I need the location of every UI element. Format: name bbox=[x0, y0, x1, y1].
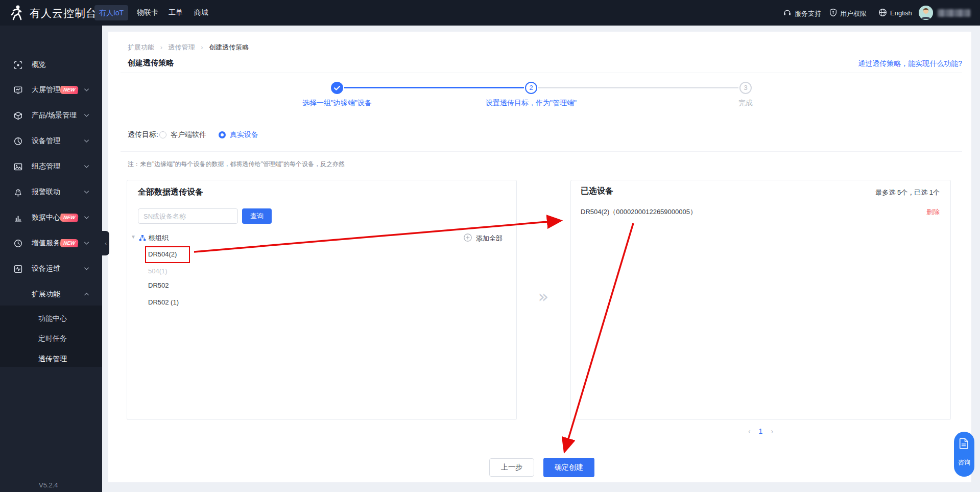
step-1-label: 选择一组"边缘端"设备 bbox=[302, 99, 372, 108]
step-1-circle bbox=[331, 82, 343, 94]
sidebar-item-extend[interactable]: 扩展功能 bbox=[0, 282, 102, 307]
sidebar-item-overview[interactable]: 概览 bbox=[0, 52, 102, 78]
document-icon bbox=[959, 438, 969, 449]
app-root: 有人云控制台 有人IoT 物联卡 工单 商城 服务支持 用户权限 English bbox=[0, 0, 980, 492]
radio-real-device[interactable] bbox=[219, 131, 226, 138]
note-text: 注：来自"边缘端"的每个设备的数据，都将透传给"管理端"的每个设备，反之亦然 bbox=[128, 160, 345, 169]
sidebar-collapse-handle[interactable]: ‹ bbox=[102, 231, 109, 255]
user-avatar[interactable] bbox=[919, 6, 933, 20]
breadcrumb-passthrough[interactable]: 透传管理 bbox=[169, 43, 195, 51]
radio-client-software-label[interactable]: 客户端软件 bbox=[171, 130, 206, 139]
chevron-down-icon bbox=[84, 88, 89, 92]
sidebar-item-function-center[interactable]: 功能中心 bbox=[0, 310, 102, 328]
prev-page-icon[interactable]: ‹ bbox=[748, 427, 751, 435]
user-permission-link[interactable]: 用户权限 bbox=[840, 9, 867, 18]
breadcrumb-separator: › bbox=[201, 43, 203, 51]
step-line-pending bbox=[538, 87, 738, 88]
tree-item-dr502[interactable]: DR502 bbox=[148, 282, 169, 289]
language-switch[interactable]: English bbox=[890, 9, 912, 17]
top-header: 有人云控制台 有人IoT 物联卡 工单 商城 服务支持 用户权限 English bbox=[0, 0, 980, 26]
sidebar-item-big-screen[interactable]: 大屏管理 NEW bbox=[0, 77, 102, 103]
sidebar-item-passthrough-mgmt[interactable]: 透传管理 bbox=[0, 350, 102, 368]
chevron-up-icon bbox=[84, 292, 89, 296]
step-line-done bbox=[344, 87, 524, 88]
chevron-down-icon bbox=[84, 165, 89, 169]
sidebar-item-alarm[interactable]: 报警联动 bbox=[0, 179, 102, 205]
organization-icon bbox=[139, 235, 146, 242]
pie-chart-icon bbox=[14, 137, 22, 146]
selection-limit-text: 最多选 5个，已选 1个 bbox=[875, 188, 940, 197]
add-all-link[interactable]: 添加全部 bbox=[476, 234, 503, 243]
chevron-down-icon bbox=[84, 113, 89, 118]
add-all-icon[interactable] bbox=[464, 233, 472, 242]
tree-item-504-1[interactable]: 504(1) bbox=[148, 267, 168, 275]
breadcrumb-extend[interactable]: 扩展功能 bbox=[128, 43, 154, 51]
step-3-circle: 3 bbox=[739, 82, 752, 94]
nav-tab-iot[interactable]: 有人IoT bbox=[94, 5, 128, 20]
consult-label: 咨询 bbox=[954, 458, 974, 467]
step-3-label: 完成 bbox=[738, 99, 753, 108]
previous-step-button[interactable]: 上一步 bbox=[489, 458, 534, 477]
sidebar-item-scada[interactable]: 组态管理 bbox=[0, 154, 102, 179]
confirm-create-button[interactable]: 确定创建 bbox=[543, 458, 594, 477]
radio-real-device-label[interactable]: 真实设备 bbox=[230, 130, 258, 139]
sidebar-item-data-center[interactable]: 数据中心 NEW bbox=[0, 205, 102, 230]
query-button[interactable]: 查询 bbox=[242, 208, 272, 224]
breadcrumb: 扩展功能 › 透传管理 › 创建透传策略 bbox=[128, 43, 249, 52]
tree-root-node[interactable]: 根组织 bbox=[149, 233, 169, 243]
sidebar-item-device-mgmt[interactable]: 设备管理 bbox=[0, 128, 102, 154]
extend-submenu: 功能中心 定时任务 透传管理 bbox=[0, 306, 102, 367]
target-label: 透传目标: bbox=[128, 130, 158, 139]
tree-caret-icon[interactable]: ▼ bbox=[131, 234, 136, 240]
nav-tab-mall[interactable]: 商城 bbox=[194, 8, 208, 17]
current-page[interactable]: 1 bbox=[759, 427, 763, 435]
tree-item-dr502-1[interactable]: DR502 (1) bbox=[148, 298, 179, 306]
step-2-circle: 2 bbox=[525, 82, 537, 94]
selected-device-row: DR504(2)（00002000122659000005） bbox=[581, 207, 697, 217]
version-label: V5.2.4 bbox=[39, 481, 58, 489]
sidebar-item-value-added[interactable]: 增值服务 NEW bbox=[0, 230, 102, 256]
username-redacted[interactable] bbox=[938, 9, 970, 17]
sidebar-item-product-scene[interactable]: 产品/场景管理 bbox=[0, 103, 102, 128]
image-icon bbox=[14, 162, 22, 171]
breadcrumb-separator: › bbox=[160, 43, 162, 51]
delete-link[interactable]: 删除 bbox=[926, 207, 940, 217]
search-input[interactable] bbox=[138, 208, 238, 224]
radio-client-software[interactable] bbox=[159, 131, 166, 138]
layers-icon bbox=[14, 290, 22, 299]
all-devices-title: 全部数据透传设备 bbox=[138, 187, 203, 198]
new-badge: NEW bbox=[60, 86, 79, 94]
clock-icon bbox=[14, 239, 22, 248]
globe-icon bbox=[878, 8, 887, 17]
pagination: ‹ 1 › bbox=[570, 427, 951, 435]
divider bbox=[121, 151, 962, 152]
screen-icon bbox=[14, 86, 22, 95]
breadcrumb-current: 创建透传策略 bbox=[209, 43, 249, 51]
help-link[interactable]: 通过透传策略，能实现什么功能? bbox=[858, 59, 962, 68]
step-2-label: 设置透传目标，作为"管理端" bbox=[486, 99, 577, 108]
tree-item-dr504[interactable]: DR504(2) bbox=[148, 250, 177, 258]
cube-icon bbox=[14, 111, 22, 120]
sidebar-item-scheduled-tasks[interactable]: 定时任务 bbox=[0, 330, 102, 348]
chevron-down-icon bbox=[84, 267, 89, 271]
sidebar-nav: 概览 大屏管理 NEW 产品/场景管理 设备管理 bbox=[0, 26, 102, 492]
selected-devices-title: 已选设备 bbox=[581, 186, 613, 197]
nav-tab-sim-card[interactable]: 物联卡 bbox=[137, 8, 158, 17]
chevron-down-icon bbox=[84, 241, 89, 245]
service-support-link[interactable]: 服务支持 bbox=[795, 9, 821, 18]
next-page-icon[interactable]: › bbox=[771, 427, 773, 435]
consult-floating-button[interactable]: 咨询 bbox=[954, 432, 974, 477]
page-title: 创建透传策略 bbox=[128, 58, 174, 68]
brand-title: 有人云控制台 bbox=[30, 6, 97, 20]
check-icon bbox=[331, 82, 343, 94]
divider bbox=[121, 73, 962, 73]
shield-icon bbox=[829, 8, 838, 17]
nav-tab-work-order[interactable]: 工单 bbox=[169, 8, 183, 17]
new-badge: NEW bbox=[60, 239, 79, 247]
pulse-icon bbox=[14, 265, 22, 273]
chevron-down-icon bbox=[84, 190, 89, 194]
brand-logo-icon bbox=[9, 5, 25, 21]
headset-icon bbox=[783, 8, 792, 17]
bar-chart-icon bbox=[14, 214, 22, 222]
sidebar-item-device-ops[interactable]: 设备运维 bbox=[0, 256, 102, 282]
